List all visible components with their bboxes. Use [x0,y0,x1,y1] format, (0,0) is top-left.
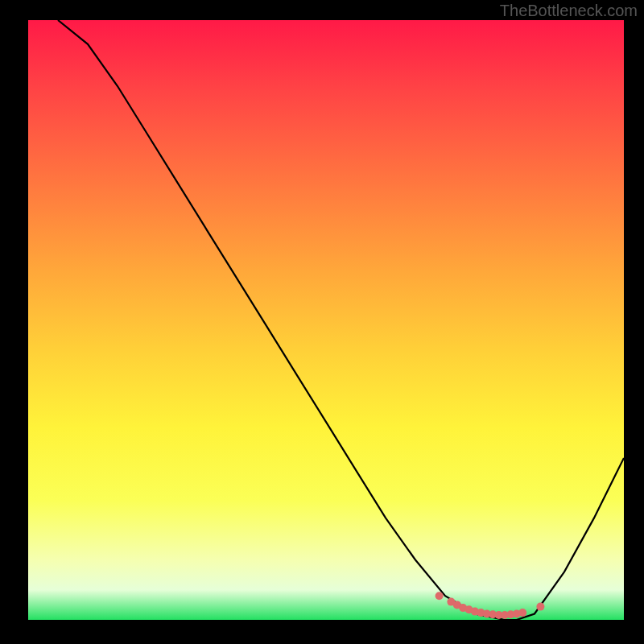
svg-point-13 [518,609,526,617]
bottleneck-curve [58,20,624,620]
chart-container: TheBottleneck.com [0,0,644,644]
svg-point-14 [536,603,544,611]
plot-area [28,20,624,620]
watermark-text: TheBottleneck.com [500,2,638,20]
svg-point-0 [436,592,444,600]
optimal-region-dots [436,592,545,619]
curve-svg [28,20,624,620]
